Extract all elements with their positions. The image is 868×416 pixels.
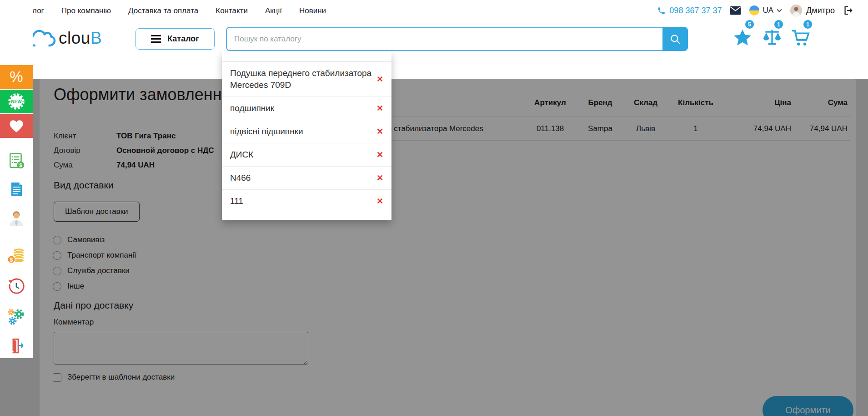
phone-link[interactable]: 098 367 37 37	[657, 6, 722, 15]
cart-badge: 1	[803, 19, 813, 30]
table-header-row: Артикул Бренд Склад Кількість Ціна Сума	[318, 89, 850, 117]
nav-news[interactable]: Новини	[299, 6, 326, 15]
sidebar-item-new-arrivals[interactable]: NEW	[0, 90, 33, 113]
mail-icon[interactable]	[730, 6, 741, 15]
sum-label: Сума	[54, 161, 116, 170]
search-input[interactable]	[226, 27, 662, 51]
sidebar-item-manager[interactable]	[7, 209, 25, 228]
logo-accent-letter: B	[90, 29, 102, 47]
search-history-text: 111	[230, 195, 243, 207]
search-history-item[interactable]: ДИСК ✕	[222, 143, 391, 167]
header-utilities: 098 367 37 37 UA Дмитро	[657, 5, 853, 16]
radio-label: Інше	[67, 282, 84, 291]
nav-about[interactable]: Про компанію	[61, 6, 111, 15]
radio-icon	[53, 236, 61, 244]
star-icon	[733, 28, 752, 47]
radio-pickup[interactable]: Самовивіз	[53, 232, 136, 248]
radio-icon	[53, 267, 61, 275]
delivery-options: Самовивіз Транспорт компанії Служба дост…	[53, 232, 136, 294]
radio-label: Самовивіз	[67, 235, 105, 244]
column-header-price: Ціна	[723, 98, 791, 107]
sidebar-item-sale[interactable]: %	[0, 65, 33, 89]
search-history-item[interactable]: подшипник ✕	[222, 97, 391, 120]
nav-contacts[interactable]: Контакти	[216, 6, 248, 15]
column-header-sku: Артикул	[523, 98, 577, 107]
sidebar-item-order-history[interactable]	[7, 277, 25, 295]
cart-button[interactable]: 1	[791, 19, 811, 47]
logout-icon[interactable]	[843, 5, 853, 15]
radio-company-transport[interactable]: Транспорт компанії	[53, 248, 136, 263]
language-label: UA	[763, 6, 773, 15]
search-button[interactable]	[662, 27, 688, 51]
comment-textarea[interactable]	[54, 332, 308, 365]
item-price: 74,94 UAH	[723, 124, 791, 133]
client-label: Клієнт	[54, 132, 116, 141]
search-history-item[interactable]: N466 ✕	[222, 167, 391, 190]
search-history-item[interactable]: 111 ✕	[222, 190, 391, 213]
delivery-template-button[interactable]: Шаблон доставки	[54, 202, 140, 222]
sidebar-item-documents[interactable]	[7, 180, 25, 198]
compare-badge: 1	[773, 19, 784, 30]
radio-label: Транспорт компанії	[67, 251, 136, 260]
remove-history-icon[interactable]: ✕	[376, 150, 383, 160]
sidebar-item-payments[interactable]: $	[7, 247, 25, 265]
language-switcher[interactable]: UA	[749, 5, 782, 15]
search-history-item[interactable]: Подушка переднего стабилизатора Mercedes…	[222, 62, 391, 97]
favorites-button[interactable]: 5	[733, 19, 753, 47]
manager-icon	[8, 210, 25, 227]
sidebar-item-exit[interactable]	[7, 337, 25, 355]
nav-promotions[interactable]: Акції	[265, 6, 282, 15]
radio-other[interactable]: Інше	[53, 279, 136, 294]
avatar	[790, 5, 802, 16]
search-history-text: N466	[230, 172, 251, 184]
svg-text:$: $	[10, 257, 13, 263]
search-history-text: Подушка переднего стабилизатора Mercedes…	[230, 67, 372, 91]
submit-order-button[interactable]: Оформити	[763, 396, 853, 416]
radio-label: Служба доставки	[67, 266, 130, 275]
left-sidebar: % NEW $	[0, 0, 33, 358]
catalog-button-label: Каталог	[167, 34, 199, 44]
radio-icon	[53, 282, 61, 291]
radio-icon	[53, 251, 61, 260]
column-header-brand: Бренд	[577, 98, 623, 107]
favorites-badge: 5	[744, 19, 755, 30]
history-clock-icon	[7, 277, 25, 295]
remove-history-icon[interactable]: ✕	[376, 196, 383, 206]
search-history-item[interactable]: підвісні підшипнки ✕	[222, 120, 391, 143]
item-stock: Львів	[623, 124, 668, 133]
nav-delivery-payment[interactable]: Доставка та оплата	[128, 6, 198, 15]
column-header-qty: Кількість	[668, 98, 723, 107]
site-header: Каталог Про компанію Доставка та оплата …	[0, 0, 868, 79]
hamburger-icon	[151, 35, 161, 43]
catalog-button[interactable]: Каталог	[135, 28, 215, 50]
item-sku: 011.138	[523, 124, 577, 133]
sidebar-item-favorites[interactable]	[0, 114, 33, 138]
chevron-down-icon	[777, 9, 782, 12]
user-menu[interactable]: Дмитро	[790, 5, 835, 16]
column-header-total: Сума	[791, 98, 850, 107]
sum-row: Сума 74,94 UAH	[54, 158, 214, 172]
page-title: Оформити замовлення	[54, 85, 231, 104]
gears-icon	[7, 308, 25, 326]
app-window: Каталог Про компанію Доставка та оплата …	[0, 0, 868, 416]
top-navigation: Каталог Про компанію Доставка та оплата …	[16, 6, 326, 15]
radio-delivery-service[interactable]: Служба доставки	[53, 263, 136, 279]
sidebar-item-settings[interactable]	[7, 308, 25, 326]
sidebar-item-price-list[interactable]: $	[7, 152, 25, 170]
coins-icon: $	[7, 247, 26, 264]
search-history-text: підвісні підшипнки	[230, 126, 303, 137]
remove-history-icon[interactable]: ✕	[376, 127, 383, 137]
price-list-icon: $	[7, 152, 25, 170]
save-template-checkbox-row[interactable]: Зберегти в шаблони доставки	[53, 373, 175, 382]
remove-history-icon[interactable]: ✕	[376, 74, 383, 84]
compare-button[interactable]: 1	[762, 19, 782, 47]
exit-door-icon	[8, 337, 25, 355]
search-history-text: ДИСК	[230, 149, 253, 161]
site-logo[interactable]: clouB	[28, 26, 102, 47]
phone-number: 098 367 37 37	[669, 6, 722, 15]
search-history-text: подшипник	[230, 102, 274, 114]
remove-history-icon[interactable]: ✕	[376, 103, 383, 113]
search-history-dropdown: Подушка переднего стабилизатора Mercedes…	[222, 51, 391, 220]
remove-history-icon[interactable]: ✕	[376, 173, 383, 183]
item-brand: Sampa	[577, 124, 623, 133]
